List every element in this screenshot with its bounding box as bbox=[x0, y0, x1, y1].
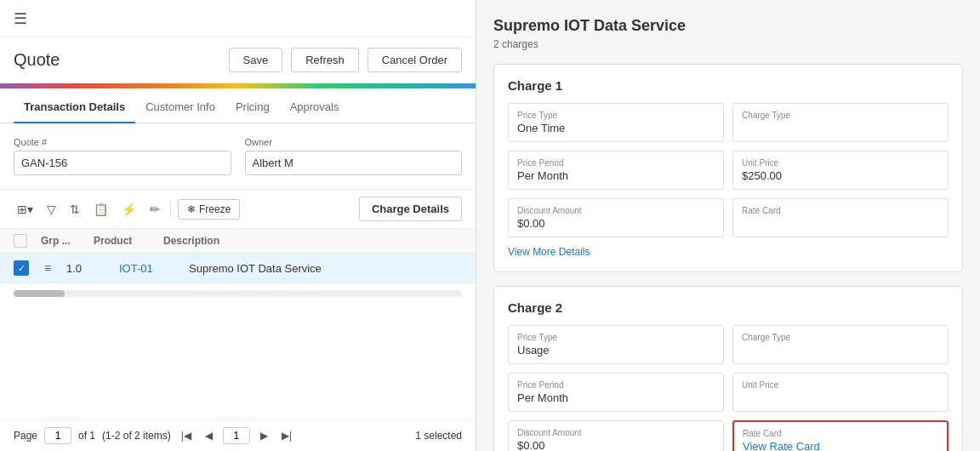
row-description: Supremo IOT Data Service bbox=[189, 262, 462, 275]
charge-1-price-type: Price Type One Time bbox=[508, 103, 724, 142]
lightning-icon[interactable]: ⚡ bbox=[118, 201, 140, 218]
price-type-label-1: Price Type bbox=[517, 111, 715, 120]
quote-number-label: Quote # bbox=[14, 137, 231, 147]
freeze-button[interactable]: ❄ Freeze bbox=[178, 199, 240, 220]
rainbow-bar bbox=[0, 83, 476, 88]
rate-card-label-1: Rate Card bbox=[742, 206, 939, 215]
owner-input[interactable] bbox=[245, 151, 463, 175]
quote-header: Quote Save Refresh Cancel Order bbox=[0, 37, 476, 83]
view-rate-card-link[interactable]: View Rate Card bbox=[743, 440, 938, 451]
edit-icon[interactable]: ✏ bbox=[146, 201, 163, 218]
charge-2-rate-card: Rate Card View Rate Card ☞ bbox=[732, 420, 949, 451]
first-page-button[interactable]: |◀ bbox=[178, 428, 195, 443]
tab-approvals[interactable]: Approvals bbox=[280, 92, 350, 123]
quote-form: Quote # Owner bbox=[0, 123, 476, 189]
hamburger-icon[interactable]: ☰ bbox=[14, 9, 27, 28]
page-label: Page bbox=[14, 430, 37, 442]
header-description: Description bbox=[163, 235, 462, 247]
scroll-track[interactable] bbox=[14, 290, 462, 297]
cancel-order-button[interactable]: Cancel Order bbox=[368, 48, 462, 72]
toolbar: ⊞▾ ▽ ⇅ 📋 ⚡ ✏ ❄ Freeze Charge Details bbox=[0, 189, 476, 229]
current-page-input[interactable] bbox=[223, 427, 250, 444]
owner-group: Owner bbox=[245, 137, 463, 175]
charge-1-discount: Discount Amount $0.00 bbox=[508, 198, 724, 237]
export-icon[interactable]: 📋 bbox=[90, 201, 111, 218]
tab-customer-info[interactable]: Customer Info bbox=[135, 92, 225, 123]
charge-1-price-period: Price Period Per Month bbox=[508, 151, 724, 190]
tab-pricing[interactable]: Pricing bbox=[225, 92, 280, 123]
charge-2-price-type: Price Type Usage bbox=[508, 325, 724, 364]
discount-label-2: Discount Amount bbox=[517, 428, 715, 437]
charge-1-title: Charge 1 bbox=[508, 78, 949, 93]
row-drag-icon: ≡ bbox=[39, 261, 56, 275]
scroll-bar-area bbox=[0, 283, 476, 304]
charge-1-section: Charge 1 Price Type One Time Charge Type… bbox=[493, 64, 963, 272]
save-button[interactable]: Save bbox=[229, 48, 283, 72]
discount-value-1: $0.00 bbox=[517, 217, 715, 230]
tabs: Transaction Details Customer Info Pricin… bbox=[0, 92, 476, 123]
charge-1-charge-type: Charge Type bbox=[732, 103, 949, 142]
row-group: 1.0 bbox=[66, 262, 109, 275]
tab-transaction-details[interactable]: Transaction Details bbox=[14, 92, 135, 123]
filter-icon[interactable]: ▽ bbox=[43, 201, 60, 218]
last-page-button[interactable]: ▶| bbox=[278, 428, 295, 443]
rate-card-label-2: Rate Card bbox=[743, 429, 938, 438]
price-type-label-2: Price Type bbox=[517, 333, 715, 342]
freeze-icon: ❄ bbox=[187, 203, 196, 215]
view-more-link-1[interactable]: View More Details bbox=[508, 246, 590, 258]
quote-number-group: Quote # bbox=[14, 137, 231, 175]
freeze-label: Freeze bbox=[199, 203, 231, 215]
discount-value-2: $0.00 bbox=[517, 439, 715, 451]
charge-2-charge-type: Charge Type bbox=[732, 325, 949, 364]
charge-type-label-1: Charge Type bbox=[742, 111, 939, 120]
pagination: Page of 1 (1-2 of 2 items) |◀ ◀ ▶ ▶| 1 s… bbox=[0, 420, 476, 451]
page-of: of 1 bbox=[78, 430, 95, 442]
price-type-value-2: Usage bbox=[517, 344, 715, 357]
page-range: (1-2 of 2 items) bbox=[102, 430, 171, 442]
charge-type-label-2: Charge Type bbox=[742, 333, 939, 342]
selected-info: 1 selected bbox=[415, 430, 462, 442]
unit-price-value-1: $250.00 bbox=[742, 169, 939, 182]
hamburger-bar: ☰ bbox=[0, 0, 476, 37]
charge-2-unit-price: Unit Price bbox=[732, 373, 949, 412]
price-type-value-1: One Time bbox=[517, 122, 715, 134]
charge-count: 2 charges bbox=[493, 38, 963, 50]
owner-label: Owner bbox=[245, 137, 463, 147]
charge-2-price-period: Price Period Per Month bbox=[508, 373, 724, 412]
refresh-button[interactable]: Refresh bbox=[291, 48, 359, 72]
left-panel: ☰ Quote Save Refresh Cancel Order Transa… bbox=[0, 0, 476, 451]
sort-icon[interactable]: ⇅ bbox=[66, 201, 83, 218]
columns-icon[interactable]: ⊞▾ bbox=[14, 201, 37, 218]
charge-2-grid: Price Type Usage Charge Type Price Perio… bbox=[508, 325, 949, 451]
price-period-label-2: Price Period bbox=[517, 380, 715, 390]
price-period-label-1: Price Period bbox=[517, 158, 715, 168]
charge-details-button[interactable]: Charge Details bbox=[359, 197, 462, 221]
toolbar-divider bbox=[170, 202, 171, 217]
charge-1-grid: Price Type One Time Charge Type Price Pe… bbox=[508, 103, 949, 237]
quote-number-input[interactable] bbox=[14, 151, 231, 175]
header-check bbox=[14, 234, 31, 248]
table-row: ✓ ≡ 1.0 IOT-01 Supremo IOT Data Service bbox=[0, 254, 476, 283]
scroll-thumb[interactable] bbox=[14, 290, 65, 297]
page-input[interactable] bbox=[44, 427, 71, 444]
price-period-value-2: Per Month bbox=[517, 391, 715, 404]
charge-2-discount: Discount Amount $0.00 bbox=[508, 420, 724, 451]
charge-1-unit-price: Unit Price $250.00 bbox=[732, 151, 949, 190]
discount-label-1: Discount Amount bbox=[517, 206, 715, 215]
next-page-button[interactable]: ▶ bbox=[257, 428, 271, 443]
prev-page-button[interactable]: ◀ bbox=[202, 428, 216, 443]
charge-1-rate-card: Rate Card bbox=[732, 198, 949, 237]
header-grp: Grp ... bbox=[41, 235, 83, 247]
table-header: Grp ... Product Description bbox=[0, 229, 476, 254]
row-product[interactable]: IOT-01 bbox=[119, 262, 179, 275]
right-panel: Supremo IOT Data Service 2 charges Charg… bbox=[476, 0, 980, 451]
unit-price-label-1: Unit Price bbox=[742, 158, 939, 168]
charge-2-section: Charge 2 Price Type Usage Charge Type Pr… bbox=[493, 286, 963, 451]
service-title: Supremo IOT Data Service bbox=[493, 17, 963, 35]
quote-title: Quote bbox=[14, 50, 220, 70]
row-checkbox[interactable]: ✓ bbox=[14, 260, 29, 276]
price-period-value-1: Per Month bbox=[517, 169, 715, 182]
charge-2-title: Charge 2 bbox=[508, 300, 949, 315]
header-product: Product bbox=[94, 235, 153, 247]
unit-price-label-2: Unit Price bbox=[742, 380, 939, 390]
